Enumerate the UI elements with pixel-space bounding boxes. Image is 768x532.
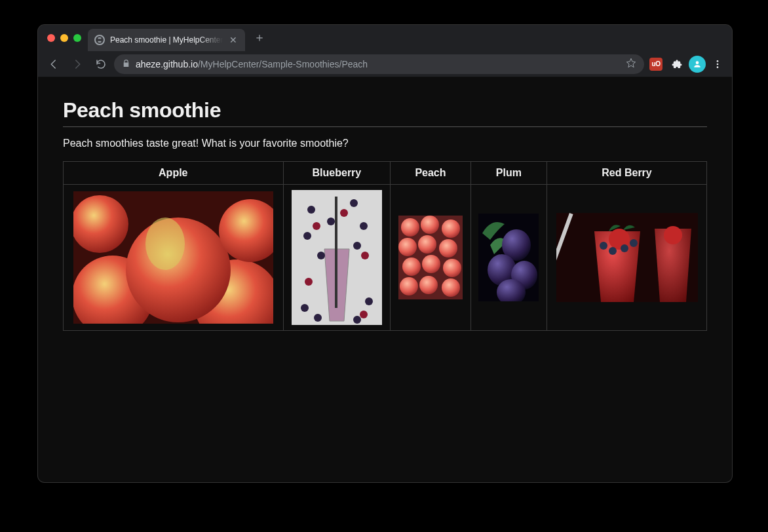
svg-point-35 bbox=[439, 239, 457, 257]
col-header-peach: Peach bbox=[391, 162, 470, 185]
traffic-lights bbox=[45, 34, 88, 42]
svg-point-0 bbox=[717, 60, 719, 62]
cell-peach bbox=[391, 185, 470, 331]
smoothie-table: Apple Blueberry Peach Plum Red Berry bbox=[63, 161, 707, 331]
svg-point-14 bbox=[350, 199, 358, 207]
cell-redberry bbox=[547, 185, 707, 331]
puzzle-icon bbox=[671, 58, 683, 70]
redberry-image bbox=[556, 213, 698, 302]
svg-point-20 bbox=[301, 304, 309, 312]
back-button[interactable] bbox=[43, 54, 64, 75]
kebab-menu-button[interactable] bbox=[708, 55, 727, 73]
svg-point-26 bbox=[361, 252, 369, 259]
peach-image bbox=[398, 216, 463, 299]
address-bar[interactable]: aheze.github.io/MyHelpCenter/Sample-Smoo… bbox=[114, 54, 644, 74]
ublock-extension[interactable]: uO bbox=[647, 55, 665, 73]
url-host: aheze.github.io bbox=[136, 59, 198, 69]
profile-button[interactable] bbox=[689, 56, 706, 73]
svg-point-18 bbox=[353, 242, 361, 250]
window-minimize-button[interactable] bbox=[60, 34, 68, 42]
col-header-plum: Plum bbox=[470, 162, 547, 185]
bookmark-button[interactable] bbox=[626, 58, 636, 70]
browser-tab-active[interactable]: Peach smoothie | MyHelpCenter ✕ bbox=[88, 29, 245, 51]
address-url: aheze.github.io/MyHelpCenter/Sample-Smoo… bbox=[136, 59, 621, 69]
window-zoom-button[interactable] bbox=[73, 34, 81, 42]
svg-point-27 bbox=[305, 278, 313, 286]
svg-point-23 bbox=[353, 316, 361, 324]
cell-apple bbox=[64, 185, 284, 331]
plum-image bbox=[478, 214, 539, 301]
svg-point-8 bbox=[73, 195, 128, 253]
close-tab-button[interactable]: ✕ bbox=[228, 35, 239, 45]
blueberry-image bbox=[292, 190, 382, 325]
person-icon bbox=[693, 60, 702, 69]
svg-point-30 bbox=[401, 218, 419, 237]
svg-point-53 bbox=[621, 244, 628, 252]
tab-strip: Peach smoothie | MyHelpCenter ✕ ＋ bbox=[38, 25, 732, 51]
globe-icon bbox=[94, 35, 105, 45]
page-content: Peach smoothie Peach smoothies taste gre… bbox=[38, 77, 732, 482]
svg-point-32 bbox=[442, 219, 460, 238]
svg-point-1 bbox=[717, 63, 719, 65]
page-title: Peach smoothie bbox=[63, 98, 707, 123]
cell-plum bbox=[470, 185, 547, 331]
reload-button[interactable] bbox=[90, 54, 111, 75]
svg-point-21 bbox=[365, 297, 373, 305]
url-path: /MyHelpCenter/Sample-Smoothies/Peach bbox=[198, 59, 368, 69]
svg-point-36 bbox=[402, 257, 421, 276]
svg-rect-12 bbox=[335, 197, 337, 308]
svg-point-34 bbox=[418, 235, 436, 254]
browser-window: Peach smoothie | MyHelpCenter ✕ ＋ aheze.… bbox=[38, 25, 732, 482]
col-header-apple: Apple bbox=[64, 162, 284, 185]
svg-point-9 bbox=[145, 218, 185, 270]
ublock-icon: uO bbox=[649, 58, 662, 71]
svg-point-28 bbox=[360, 311, 368, 318]
svg-point-33 bbox=[398, 238, 417, 256]
svg-point-38 bbox=[443, 259, 461, 277]
svg-point-31 bbox=[421, 216, 439, 234]
arrow-left-icon bbox=[48, 58, 60, 70]
extensions-button[interactable] bbox=[668, 55, 686, 73]
svg-point-24 bbox=[340, 209, 348, 217]
new-tab-button[interactable]: ＋ bbox=[250, 28, 269, 47]
svg-point-48 bbox=[664, 226, 682, 244]
reload-icon bbox=[95, 58, 107, 70]
dots-vertical-icon bbox=[712, 59, 723, 69]
svg-point-16 bbox=[360, 222, 368, 230]
svg-point-19 bbox=[317, 252, 325, 259]
svg-point-40 bbox=[419, 276, 438, 294]
svg-point-54 bbox=[630, 239, 638, 247]
apple-image bbox=[73, 191, 273, 324]
tab-title: Peach smoothie | MyHelpCenter bbox=[110, 35, 223, 45]
lock-icon bbox=[122, 59, 130, 69]
forward-button[interactable] bbox=[67, 54, 88, 75]
svg-point-22 bbox=[314, 314, 322, 322]
svg-point-37 bbox=[422, 255, 440, 273]
window-close-button[interactable] bbox=[47, 34, 55, 42]
svg-point-51 bbox=[600, 242, 607, 250]
divider bbox=[63, 126, 707, 127]
cell-blueberry bbox=[283, 185, 391, 331]
svg-point-25 bbox=[313, 222, 320, 230]
col-header-blueberry: Blueberry bbox=[283, 162, 391, 185]
browser-toolbar: aheze.github.io/MyHelpCenter/Sample-Smoo… bbox=[38, 51, 732, 77]
intro-text: Peach smoothies taste great! What is you… bbox=[63, 138, 707, 149]
svg-point-13 bbox=[307, 206, 315, 214]
svg-point-52 bbox=[609, 247, 617, 255]
svg-point-41 bbox=[442, 278, 460, 297]
svg-point-17 bbox=[303, 232, 311, 240]
svg-point-15 bbox=[327, 218, 335, 225]
svg-point-39 bbox=[400, 277, 418, 295]
arrow-right-icon bbox=[71, 58, 83, 70]
svg-point-2 bbox=[717, 66, 719, 68]
col-header-redberry: Red Berry bbox=[547, 162, 707, 185]
